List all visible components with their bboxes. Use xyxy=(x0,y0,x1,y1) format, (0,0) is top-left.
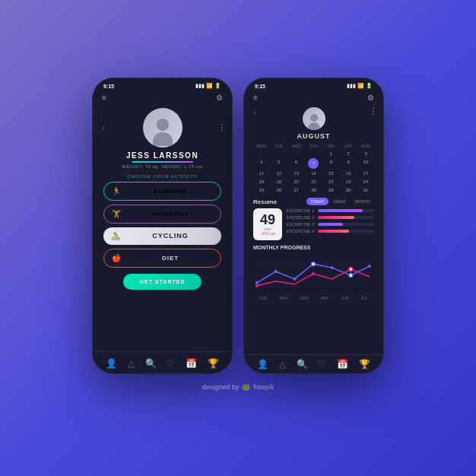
resume-title: Resume xyxy=(253,198,277,205)
svg-point-10 xyxy=(255,284,259,287)
tab-week[interactable]: WEEK xyxy=(330,198,350,205)
back-arrow-2[interactable]: ‹ xyxy=(253,109,255,117)
cycling-icon: 🚴 xyxy=(111,232,121,240)
nav-home-icon[interactable]: 👤 xyxy=(106,358,117,369)
nav-activity-icon-2[interactable]: △ xyxy=(279,359,286,370)
running-label: RUNNING xyxy=(128,188,213,195)
choose-activity-label: CHOOSE YOUR ACTIVITY xyxy=(93,174,232,179)
month-title: AUGUST xyxy=(253,132,374,140)
user-underline xyxy=(132,161,193,163)
exercise-label-3: EXCERCISE 3 xyxy=(287,222,316,227)
nav-activity-icon[interactable]: △ xyxy=(128,358,135,369)
exercise-bars: EXCERCISE 1 EXCERCISE 2 EX xyxy=(287,208,374,240)
exercise-row-4: EXCERCISE 4 xyxy=(287,229,374,233)
phone2-header: ≡ ⚙ xyxy=(244,90,383,105)
battery-icon-2: 🔋 xyxy=(366,83,373,89)
wifi-icon: 📶 xyxy=(206,83,213,89)
get-started-button[interactable]: GET STARTED xyxy=(123,274,202,290)
bar-fill-1 xyxy=(318,209,363,212)
dots-menu-2[interactable] xyxy=(373,107,374,115)
hamburger-icon-2[interactable]: ≡ xyxy=(253,94,258,102)
nav-heart-icon-2[interactable]: ♡ xyxy=(318,359,326,370)
nav-calendar-icon[interactable]: 📅 xyxy=(186,358,197,369)
svg-point-8 xyxy=(349,274,353,278)
status-time-2: 9:15 xyxy=(255,84,265,89)
tab-today[interactable]: TODAY xyxy=(306,198,328,205)
time-number: 49 xyxy=(259,213,276,227)
get-started-wrap: GET STARTED xyxy=(93,274,232,290)
freepik-logo: 🐸 xyxy=(242,383,250,391)
nav-search-icon-2[interactable]: 🔍 xyxy=(297,359,308,370)
resume-tabs: TODAY WEEK MONTH xyxy=(306,198,374,205)
svg-point-6 xyxy=(312,262,316,266)
chart-label-jun: JUN xyxy=(341,296,349,300)
exercise-label-1: EXCERCISE 1 xyxy=(287,208,316,213)
today-indicator[interactable]: 7 xyxy=(308,158,319,169)
workout-label: WORKOUT xyxy=(128,211,213,217)
hamburger-icon[interactable]: ≡ xyxy=(102,94,106,102)
exercise-row-3: EXCERCISE 3 xyxy=(287,222,374,227)
diet-label: DIET xyxy=(128,255,213,262)
avatar-section: JESS LARSSON WEIGHT: 70 kg HEIGHT: 1.75 … xyxy=(93,105,232,170)
activity-buttons: 🏃 RUNNING 🏋 WORKOUT 🚴 CYCLING 🍎 DIET xyxy=(93,182,232,268)
phone2-nav: 👤 △ 🔍 ♡ 📅 🏆 xyxy=(244,354,383,373)
cycling-label: CYCLING xyxy=(127,232,214,240)
signal-icon-2: ▮▮▮ xyxy=(347,83,356,89)
nav-calendar-icon-2[interactable]: 📅 xyxy=(337,359,348,370)
freepik-brand: freepik xyxy=(253,383,274,391)
status-icons-2: ▮▮▮ 📶 🔋 xyxy=(347,83,373,89)
calendar-grid: MON TUE WED THU FRI SAT SUN 1 2 3 xyxy=(253,143,374,194)
gear-icon[interactable]: ⚙ xyxy=(216,94,223,102)
phone1-header: ≡ ⚙ xyxy=(93,90,232,105)
avatar-body-2 xyxy=(308,122,320,130)
phone-profile: 9:15 ▮▮▮ 📶 🔋 ≡ ⚙ ‹ xyxy=(92,78,233,374)
resume-header: Resume TODAY WEEK MONTH xyxy=(253,198,374,205)
dots-menu[interactable] xyxy=(221,124,223,132)
tab-month[interactable]: MONTH xyxy=(351,198,374,205)
phone1-inner: 9:15 ▮▮▮ 📶 🔋 ≡ ⚙ ‹ xyxy=(93,78,232,373)
cycling-button[interactable]: 🚴 CYCLING xyxy=(103,227,221,245)
nav-trophy-icon[interactable]: 🏆 xyxy=(208,358,219,369)
gear-icon-2[interactable]: ⚙ xyxy=(367,94,374,102)
bar-fill-2 xyxy=(318,216,354,219)
exercise-label-4: EXCERCISE 4 xyxy=(287,229,316,233)
status-time-1: 9:15 xyxy=(103,84,114,89)
avatar xyxy=(143,108,182,148)
avatar-body xyxy=(153,132,173,146)
diet-button[interactable]: 🍎 DIET xyxy=(103,249,221,268)
phone2-inner: 9:15 ▮▮▮ 📶 🔋 ≡ ⚙ xyxy=(244,78,383,373)
svg-point-11 xyxy=(312,272,315,275)
status-icons-1: ▮▮▮ 📶 🔋 xyxy=(195,83,221,89)
diet-icon: 🍎 xyxy=(112,254,122,262)
status-bar-1: 9:15 ▮▮▮ 📶 🔋 xyxy=(93,78,232,90)
chart-label-mar: MAR xyxy=(279,296,287,300)
nav-heart-icon[interactable]: ♡ xyxy=(167,358,175,369)
svg-point-3 xyxy=(255,281,259,284)
nav-search-icon[interactable]: 🔍 xyxy=(145,358,157,369)
nav-trophy-icon-2[interactable]: 🏆 xyxy=(359,359,370,370)
phones-container: 9:15 ▮▮▮ 📶 🔋 ≡ ⚙ ‹ xyxy=(92,78,384,374)
avatar-head-2 xyxy=(310,114,318,122)
avatar-2 xyxy=(303,107,325,130)
bar-track-4 xyxy=(318,230,374,233)
phone-stats: 9:15 ▮▮▮ 📶 🔋 ≡ ⚙ xyxy=(243,78,384,374)
resume-content: 49 min -215 cal EXCERCISE 1 EXCERCISE 2 xyxy=(253,208,374,240)
battery-icon: 🔋 xyxy=(214,83,221,89)
back-arrow[interactable]: ‹ xyxy=(102,124,104,132)
signal-icon: ▮▮▮ xyxy=(195,83,205,89)
chart-area xyxy=(253,252,374,294)
svg-point-5 xyxy=(293,278,296,281)
time-calories: -215 cal xyxy=(259,231,276,236)
exercise-row-2: EXCERCISE 2 xyxy=(287,215,374,220)
svg-point-12 xyxy=(349,268,353,271)
nav-home-icon-2[interactable]: 👤 xyxy=(257,359,268,370)
chart-label-jul: JUL xyxy=(361,296,368,300)
chart-label-may: MAY xyxy=(321,296,328,300)
bar-fill-4 xyxy=(318,230,349,233)
bar-track-3 xyxy=(318,223,374,226)
user-name: JESS LARSSON xyxy=(126,151,198,160)
workout-button[interactable]: 🏋 WORKOUT xyxy=(103,205,221,224)
footer-text: designed by xyxy=(202,383,240,391)
running-button[interactable]: 🏃 RUNNING xyxy=(103,182,221,201)
status-bar-2: 9:15 ▮▮▮ 📶 🔋 xyxy=(244,78,383,90)
